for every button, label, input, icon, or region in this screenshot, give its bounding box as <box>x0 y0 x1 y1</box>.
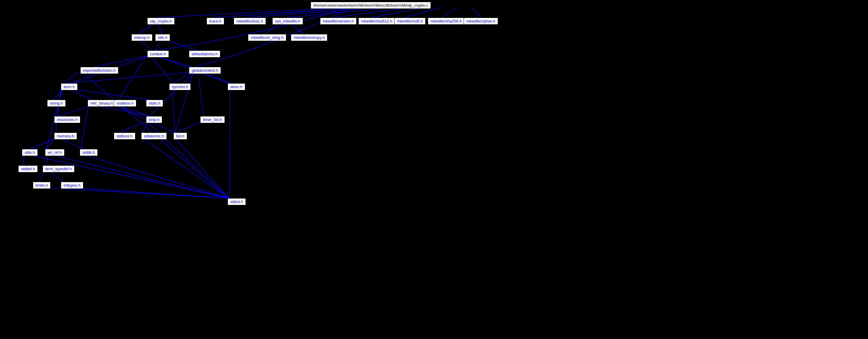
svg-line-0 <box>155 7 356 18</box>
svg-line-24 <box>198 72 204 116</box>
node-mbedtls_sha512_h: mbedtls/sha512.h <box>359 18 395 25</box>
node-otp_crypto_h: otp_crypto.h <box>147 18 175 25</box>
svg-line-46 <box>36 187 227 198</box>
svg-line-36 <box>119 122 146 133</box>
node-term_h: term.h <box>61 83 78 90</box>
node-utils_h: utils.h <box>22 149 38 156</box>
svg-line-43 <box>39 171 45 182</box>
svg-line-8 <box>472 7 481 18</box>
node-defaultatoms_h: defaultatoms.h <box>189 50 220 58</box>
svg-line-6 <box>405 7 441 18</box>
node-resources_h: resources.h <box>54 116 80 123</box>
svg-line-56 <box>81 105 88 149</box>
svg-line-1 <box>213 7 365 18</box>
node-mailbox_h: mailbox.h <box>114 100 136 107</box>
node-nifs_h: nifs.h <box>155 34 170 41</box>
node-term_typedef_h: term_typedef.h <box>42 165 74 172</box>
node-interop_h: interop.h <box>131 34 152 41</box>
svg-line-27 <box>67 89 93 100</box>
svg-line-7 <box>441 7 456 18</box>
svg-line-11 <box>265 23 280 34</box>
svg-line-50 <box>176 122 202 133</box>
svg-line-15 <box>164 39 198 50</box>
svg-line-28 <box>70 89 149 100</box>
svg-line-5 <box>371 7 426 18</box>
svg-line-57 <box>116 105 174 133</box>
node-mbedtls_md5_h: mbedtls/md5.h <box>394 18 426 25</box>
svg-line-19 <box>151 56 174 83</box>
node-mbedtls_sha1_h: mbedtls/sha1.h <box>234 18 266 25</box>
svg-line-10 <box>158 23 161 34</box>
node-stddef_h: stddef.h <box>18 165 38 172</box>
node-main: /home/runner/work/AtomVM/AtomVM/src/libA… <box>311 2 431 9</box>
svg-line-23 <box>201 72 231 83</box>
node-memory_h: memory.h <box>54 133 77 140</box>
svg-line-4 <box>335 7 411 18</box>
svg-line-16 <box>94 56 147 67</box>
node-refc_binary_h: refc_binary.h <box>88 100 116 107</box>
svg-line-3 <box>286 7 396 18</box>
svg-line-39 <box>27 155 228 198</box>
node-mbedtls_sha256_h: mbedtls/sha256.h <box>428 18 465 25</box>
node-mbedtls_ctr_drbg_h: mbedtls/ctr_drbg.h <box>248 34 286 41</box>
svg-line-21 <box>67 72 189 83</box>
node-mbedtls_cipher_h: mbedtls/cipher.h <box>464 18 498 25</box>
svg-line-40 <box>47 155 48 165</box>
node-string_h: string.h <box>47 100 66 107</box>
node-trace_h: trace.h <box>207 18 224 25</box>
svg-line-45 <box>65 187 228 198</box>
svg-line-34 <box>30 138 56 149</box>
svg-line-44 <box>49 171 64 182</box>
node-limits_h: limits.h <box>33 182 51 189</box>
node-stdatomic_h: stdatomic.h <box>141 133 167 140</box>
svg-line-41 <box>50 155 229 198</box>
svg-line-32 <box>117 105 149 116</box>
svg-line-30 <box>59 105 91 116</box>
node-smp_h: smp.h <box>146 116 162 123</box>
node-timer_list_h: timer_list.h <box>200 116 225 123</box>
node-stdint_h: stdint.h <box>227 198 246 205</box>
svg-line-12 <box>289 23 304 34</box>
svg-line-37 <box>143 122 148 133</box>
svg-line-53 <box>62 72 79 83</box>
node-context_h: context.h <box>147 50 169 58</box>
svg-line-20 <box>119 56 146 100</box>
node-inttypes_h: inttypes.h <box>61 182 83 189</box>
node-globalcontext_h: globalcontext.h <box>189 67 221 74</box>
node-list_h: list.h <box>174 133 187 140</box>
svg-line-17 <box>155 56 192 67</box>
node-stdlib_h: stdlib.h <box>80 149 98 156</box>
dependency-graph-edges <box>0 0 868 339</box>
svg-line-9 <box>138 23 155 34</box>
svg-line-35 <box>59 138 84 149</box>
node-mbedtls_entropy_h: mbedtls/entropy.h <box>291 34 328 41</box>
svg-line-26 <box>53 89 64 100</box>
svg-line-31 <box>94 105 149 116</box>
svg-line-14 <box>155 39 161 50</box>
node-synclist_h: synclist.h <box>169 83 191 90</box>
svg-line-25 <box>149 72 195 116</box>
svg-line-22 <box>174 72 192 83</box>
svg-line-59 <box>175 72 193 133</box>
svg-line-61 <box>143 138 229 198</box>
node-erl_nif_h: erl_nif.h <box>45 149 64 156</box>
node-stdbool_h: stdbool.h <box>114 133 135 140</box>
svg-line-49 <box>172 89 175 133</box>
svg-line-48 <box>229 89 230 198</box>
node-sys_mbedtls_h: sys_mbedtls.h <box>272 18 303 25</box>
svg-line-42 <box>82 155 229 198</box>
node-atom_h: atom.h <box>227 83 245 90</box>
node-stdio_h: stdio.h <box>146 100 163 107</box>
svg-line-13 <box>138 39 152 50</box>
node-mbedtls_version_h: mbedtls/version.h <box>320 18 356 25</box>
node-exportedfunction_h: exportedfunction.h <box>80 67 118 74</box>
svg-line-47 <box>175 138 229 198</box>
svg-line-2 <box>246 7 380 18</box>
svg-line-38 <box>23 155 24 165</box>
svg-line-55 <box>46 138 55 149</box>
